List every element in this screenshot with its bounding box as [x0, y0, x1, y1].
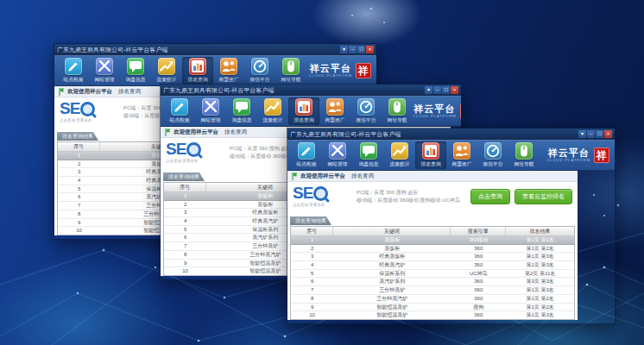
cell-engine: 360: [451, 245, 506, 253]
skin-button[interactable]: ▾: [425, 86, 432, 94]
window-title: 广东九鼎王厨具有限公司-祥云平台客户端: [57, 46, 340, 54]
cell-no: 8: [164, 251, 206, 259]
cell-no: 6: [58, 193, 100, 201]
maximize-button[interactable]: □: [596, 130, 603, 138]
cell-rank: 第1页 第3名: [506, 261, 574, 269]
toolbar-item-alliance-promo[interactable]: 商盟推广: [319, 97, 350, 125]
cloud-rank-button[interactable]: 查看云监控排名: [515, 189, 572, 204]
engines-pc: PC端：百度 360 搜狗 必应: [357, 189, 460, 197]
maximize-button[interactable]: □: [442, 86, 450, 94]
cell-no: 4: [58, 177, 100, 185]
toolbar-item-ranking-query[interactable]: 排名查询: [288, 97, 319, 125]
query-button[interactable]: 点击查询: [470, 189, 510, 204]
toolbar-item-site-manage[interactable]: 网站管理: [322, 141, 353, 169]
skin-button[interactable]: ▾: [578, 130, 586, 138]
cell-no: 5: [164, 226, 206, 234]
toolbar-item-inquiry[interactable]: 询盘信息: [353, 141, 384, 169]
flag-icon: [165, 129, 171, 136]
table-row[interactable]: 4经典蒸汽炉360第1页 第3名: [291, 261, 574, 270]
cell-no: 10: [291, 311, 333, 319]
cell-no: 10: [58, 227, 100, 235]
toolbar-item-label: 排名查询: [188, 76, 208, 84]
toolbar-item-site-nav[interactable]: 网址导航: [508, 141, 540, 169]
brand: 祥云平台 CLOUD PLATFORM 祥: [308, 63, 373, 78]
brand-name: 祥云平台: [413, 104, 457, 114]
table-row[interactable]: 9智能恒温蒸炉搜狗第1页 第2名: [291, 304, 574, 312]
seo-slogan: 点击查询 查看排名: [293, 202, 350, 206]
toolbar-item-inquiry[interactable]: 询盘信息: [120, 57, 151, 85]
toolbar-item-traffic-stats[interactable]: 流量统计: [151, 57, 182, 85]
close-button[interactable]: ×: [604, 130, 612, 138]
toolbar-item-label: 流量统计: [390, 160, 410, 168]
toolbar-item-site-nav[interactable]: 网址导航: [382, 97, 413, 125]
cell-no: 1: [58, 152, 100, 160]
engines-mobile: 移动端：百度移动 360移动 搜狗移动 UC神马: [357, 197, 460, 204]
traffic-stats-icon: [158, 58, 175, 75]
alliance-promo-icon: [326, 98, 344, 116]
toolbar-item-inquiry[interactable]: 询盘信息: [226, 97, 257, 125]
cell-rank: 第1页 第2名: [506, 304, 574, 311]
window-controls: ▾ – □ ×: [425, 86, 458, 94]
maximize-button[interactable]: □: [357, 46, 365, 53]
app-window-front[interactable]: 广东九鼎王厨具有限公司-祥云平台客户端 ▾ – □ × 站点检测网站管理询盘信息…: [287, 128, 616, 324]
brand: 祥云平台 CLOUD PLATFORM 祥: [413, 104, 461, 119]
toolbar-item-label: 站点检测: [64, 76, 84, 84]
toolbar-item-site-check[interactable]: 站点检测: [164, 97, 195, 125]
toolbar-item-label: 商盟推广: [452, 160, 472, 168]
toolbar-item-site-nav[interactable]: 网址导航: [275, 57, 306, 85]
table-row[interactable]: 5保温柜系列UC神马第2页 第11名: [291, 270, 574, 279]
table-row[interactable]: 2蒸饭柜360第1页 第2名: [291, 245, 574, 254]
results-tab[interactable]: 排名查询结果: [163, 172, 205, 181]
header-cell-no: 序号: [164, 183, 206, 191]
flag-icon: [59, 88, 65, 96]
alliance-promo-icon: [220, 58, 237, 75]
cell-no: 4: [291, 261, 333, 269]
seo-logo-text: SE: [166, 141, 186, 157]
toolbar-item-wechat-platform[interactable]: 微信平台: [244, 57, 275, 85]
table-row[interactable]: 8三分钟蒸汽炉360第1页 第2名: [291, 295, 574, 304]
minimize-button[interactable]: –: [587, 130, 595, 138]
cell-no: 2: [164, 201, 206, 209]
cell-no: 9: [164, 260, 206, 267]
cell-rank: 第1页 第3名: [506, 286, 574, 294]
toolbar-item-wechat-platform[interactable]: 微信平台: [477, 141, 508, 169]
close-button[interactable]: ×: [451, 86, 458, 94]
table-row[interactable]: 1蒸饭柜360移动第1页 第1名: [291, 236, 574, 245]
toolbar-item-label: 流量统计: [157, 76, 177, 84]
toolbar-item-site-manage[interactable]: 网站管理: [89, 57, 120, 85]
minimize-button[interactable]: –: [349, 46, 357, 53]
skin-button[interactable]: ▾: [340, 46, 348, 53]
toolbar-item-site-manage[interactable]: 网站管理: [195, 97, 226, 125]
toolbar-item-traffic-stats[interactable]: 流量统计: [257, 97, 288, 125]
window-controls: ▾ – □ ×: [340, 46, 374, 53]
window-body: 欢迎使用祥云平台 排名查询 SE 点击查询 查看排名 PC端：百度 360 搜狗…: [287, 171, 578, 320]
traffic-stats-icon: [391, 142, 408, 160]
table-row[interactable]: 10智能恒温蒸炉360第1页 第3名: [291, 311, 574, 319]
welcome-page-label: 排名查询: [118, 88, 141, 96]
cell-no: 3: [58, 168, 100, 176]
brand-seal-icon: 祥: [356, 63, 371, 78]
toolbar-item-alliance-promo[interactable]: 商盟推广: [446, 141, 477, 169]
toolbar: 站点检测网站管理询盘信息流量统计排名查询商盟推广微信平台网址导航 祥云平台 CL…: [54, 55, 376, 86]
table-row[interactable]: 6蒸汽炉系列360第3页 第3名: [291, 278, 574, 286]
toolbar-item-site-check[interactable]: 站点检测: [58, 57, 89, 85]
toolbar-item-ranking-query[interactable]: 排名查询: [415, 141, 446, 169]
toolbar-item-label: 网站管理: [201, 116, 221, 124]
toolbar-item-alliance-promo[interactable]: 商盟推广: [213, 57, 244, 85]
toolbar-item-wechat-platform[interactable]: 微信平台: [350, 97, 382, 125]
table-row[interactable]: 3经典蒸饭柜360第1页 第3名: [291, 253, 574, 261]
toolbar-item-site-check[interactable]: 站点检测: [291, 141, 322, 169]
results-tab[interactable]: 排名查询结果: [57, 132, 98, 141]
results-table: 序号 关键词 搜索引擎 排名结果 1蒸饭柜360移动第1页 第1名2蒸饭柜360…: [290, 226, 575, 320]
table-row[interactable]: 7三分钟蒸炉360第1页 第3名: [291, 286, 574, 295]
minimize-button[interactable]: –: [433, 86, 441, 94]
cell-no: 3: [164, 209, 206, 216]
toolbar-item-label: 网站管理: [95, 76, 115, 84]
results-tab[interactable]: 排名查询结果: [290, 216, 331, 225]
welcome-page-label: 排名查询: [351, 172, 374, 180]
site-nav-icon: [515, 142, 533, 160]
toolbar-item-traffic-stats[interactable]: 流量统计: [384, 141, 415, 169]
close-button[interactable]: ×: [366, 46, 374, 53]
inquiry-icon: [127, 58, 144, 75]
toolbar-item-ranking-query[interactable]: 排名查询: [182, 57, 213, 85]
